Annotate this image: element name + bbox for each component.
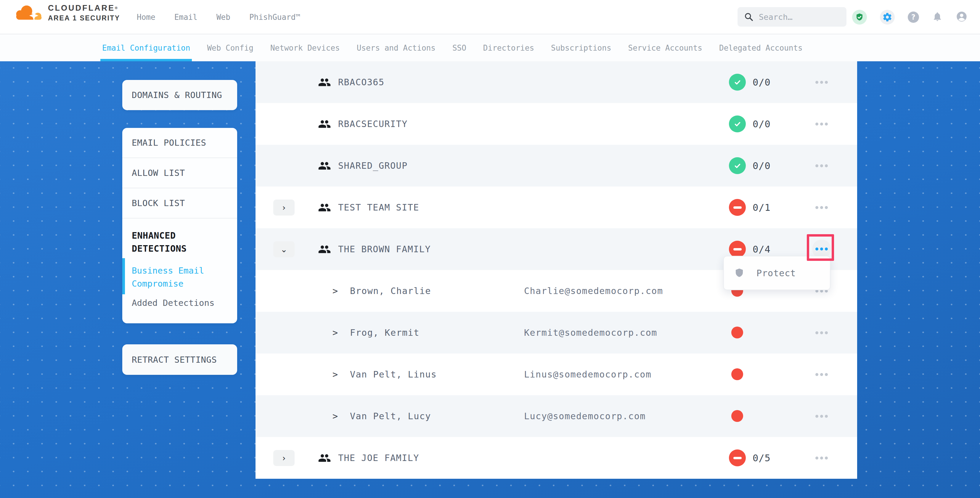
- group-icon: [318, 243, 331, 256]
- context-menu-protect[interactable]: Protect: [723, 256, 830, 290]
- status-ok-icon: [729, 74, 746, 91]
- app-header: CLOUDFLARE® AREA 1 SECURITY HomeEmailWeb…: [0, 0, 980, 34]
- help-icon[interactable]: ?: [908, 11, 919, 23]
- header-status-icons: ?: [852, 0, 967, 34]
- member-name: Brown, Charlie: [350, 270, 431, 312]
- expand-button[interactable]: ›: [273, 200, 294, 216]
- group-icon: [318, 159, 331, 172]
- tab-sso[interactable]: SSO: [452, 34, 466, 61]
- section-tabbar: Email ConfigurationWeb ConfigNetwork Dev…: [0, 34, 980, 61]
- status-blocked-icon: [729, 449, 746, 466]
- sidebar-item-domains-routing[interactable]: DOMAINS & ROUTING: [122, 80, 237, 110]
- sidebar-section-enhanced-detections: ENHANCED DETECTIONS Business Email Compr…: [122, 218, 237, 320]
- sidebar-item-retract-settings[interactable]: RETRACT SETTINGS: [122, 344, 237, 375]
- protection-count: 0/1: [752, 186, 771, 228]
- bell-icon[interactable]: [932, 11, 943, 23]
- status-dot-icon: [731, 368, 743, 380]
- member-email: Charlie@somedemocorp.com: [524, 270, 663, 312]
- table-row-van-pelt-lucy: >Van Pelt, LucyLucy@somedemocorp.com: [256, 395, 857, 437]
- row-actions-menu-button[interactable]: [812, 312, 831, 353]
- sidebar-card-retract-settings[interactable]: RETRACT SETTINGS: [122, 344, 237, 375]
- sidebar-item-block-list[interactable]: BLOCK LIST: [122, 188, 237, 218]
- status-ok-icon: [729, 157, 746, 174]
- nav-item-email[interactable]: Email: [174, 13, 197, 22]
- collapse-button[interactable]: ⌄: [273, 241, 294, 257]
- status-ok-icon: [729, 116, 746, 132]
- status-dot-icon: [731, 410, 743, 422]
- row-actions-menu-button[interactable]: [812, 103, 831, 145]
- group-name: RBACSECURITY: [338, 103, 408, 145]
- group-name: THE JOE FAMILY: [338, 437, 419, 479]
- tab-users-and-actions[interactable]: Users and Actions: [357, 34, 436, 61]
- gear-icon[interactable]: [880, 10, 895, 25]
- search-input[interactable]: [759, 13, 840, 22]
- table-row-the-joe-family: ›THE JOE FAMILY0/5: [256, 437, 857, 479]
- table-row-test-team-site: ›TEST TEAM SITE0/1: [256, 186, 857, 228]
- table-row-rbaco365: RBACO3650/0: [256, 61, 857, 103]
- member-chevron-icon: >: [332, 395, 338, 437]
- member-chevron-icon: >: [332, 353, 338, 395]
- nav-item-phishguard-[interactable]: PhishGuard™: [249, 13, 300, 22]
- cloudflare-logo: CLOUDFLARE® AREA 1 SECURITY: [13, 2, 120, 22]
- brand-subtitle: AREA 1 SECURITY: [48, 14, 120, 22]
- sidebar-item-email-policies[interactable]: EMAIL POLICIES: [122, 128, 237, 158]
- row-actions-menu-button[interactable]: [812, 61, 831, 103]
- protection-count: 0/0: [752, 145, 771, 186]
- row-actions-menu-button[interactable]: [812, 145, 831, 186]
- nav-item-web[interactable]: Web: [216, 13, 230, 22]
- registered-mark: ®: [115, 6, 118, 10]
- member-chevron-icon: >: [332, 270, 338, 312]
- table-row-frog-kermit: >Frog, KermitKermit@somedemocorp.com: [256, 312, 857, 353]
- group-icon: [318, 452, 331, 465]
- member-email: Linus@somedemocorp.com: [524, 353, 651, 395]
- group-name: SHARED_GROUP: [338, 145, 408, 186]
- protection-count: 0/0: [752, 61, 771, 103]
- active-item-indicator: [122, 258, 125, 294]
- tab-service-accounts[interactable]: Service Accounts: [628, 34, 702, 61]
- tab-directories[interactable]: Directories: [483, 34, 534, 61]
- sidebar-card-domains-routing[interactable]: DOMAINS & ROUTING: [122, 80, 237, 110]
- sidebar-item-added-detections[interactable]: Added Detections: [132, 298, 228, 308]
- row-actions-menu-button[interactable]: [812, 395, 831, 437]
- enhanced-detections-title: ENHANCED DETECTIONS: [132, 229, 228, 255]
- expand-button[interactable]: ›: [273, 450, 294, 466]
- user-icon[interactable]: [956, 11, 967, 24]
- group-icon: [318, 76, 331, 89]
- sidebar-policy-items: EMAIL POLICIESALLOW LISTBLOCK LIST: [122, 128, 237, 218]
- group-icon: [318, 201, 331, 214]
- context-menu-item-label[interactable]: Protect: [756, 268, 796, 278]
- shield-check-icon[interactable]: [852, 10, 867, 25]
- row-actions-menu-button[interactable]: [812, 186, 831, 228]
- table-row-rbacsecurity: RBACSECURITY0/0: [256, 103, 857, 145]
- row-actions-menu-button[interactable]: [812, 437, 831, 479]
- sidebar-item-allow-list[interactable]: ALLOW LIST: [122, 158, 237, 188]
- table-row-shared-group: SHARED_GROUP0/0: [256, 145, 857, 186]
- status-blocked-icon: [729, 199, 746, 216]
- tab-delegated-accounts[interactable]: Delegated Accounts: [719, 34, 803, 61]
- protection-count: 0/0: [752, 103, 771, 145]
- tab-subscriptions[interactable]: Subscriptions: [551, 34, 611, 61]
- shield-icon: [734, 267, 745, 279]
- member-name: Frog, Kermit: [350, 312, 420, 353]
- member-name: Van Pelt, Linus: [350, 353, 437, 395]
- table-row-van-pelt-linus: >Van Pelt, LinusLinus@somedemocorp.com: [256, 353, 857, 395]
- search-box[interactable]: [738, 7, 846, 27]
- tab-email-configuration[interactable]: Email Configuration: [102, 34, 190, 61]
- group-icon: [318, 118, 331, 130]
- cloudflare-cloud-icon: [13, 4, 46, 21]
- member-chevron-icon: >: [332, 312, 338, 353]
- member-email: Kermit@somedemocorp.com: [524, 312, 657, 353]
- tab-web-config[interactable]: Web Config: [207, 34, 253, 61]
- brand-name: CLOUDFLARE®: [48, 2, 120, 14]
- sidebar-card-policies: EMAIL POLICIESALLOW LISTBLOCK LIST ENHAN…: [122, 128, 237, 323]
- row-actions-menu-button[interactable]: [812, 353, 831, 395]
- group-name: TEST TEAM SITE: [338, 186, 419, 228]
- tab-network-devices[interactable]: Network Devices: [270, 34, 340, 61]
- nav-item-home[interactable]: Home: [137, 13, 156, 22]
- search-icon: [744, 12, 754, 22]
- status-dot-icon: [731, 326, 743, 339]
- group-name: THE BROWN FAMILY: [338, 228, 431, 270]
- status-blocked-icon: [729, 241, 746, 258]
- primary-nav: HomeEmailWebPhishGuard™: [137, 0, 300, 34]
- sidebar-item-business-email-compromise[interactable]: Business Email Compromise: [132, 264, 228, 290]
